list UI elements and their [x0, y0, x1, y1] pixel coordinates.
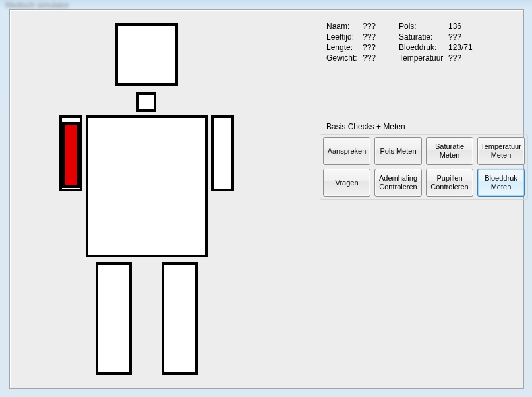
label-lengte: Lengte: — [326, 43, 363, 52]
checks-group-label: Basis Checks + Meten — [326, 122, 524, 131]
patient-info: Naam: ??? Pols: 136 Leeftijd: ??? Satura… — [326, 22, 517, 63]
body-leg-right[interactable] — [162, 262, 198, 375]
check-button-7[interactable]: Bloeddruk Meten — [477, 169, 525, 197]
value-temperatuur: ??? — [448, 53, 480, 63]
body-torso[interactable] — [86, 115, 208, 257]
value-saturatie: ??? — [448, 32, 480, 42]
body-arm-left-injury[interactable] — [62, 122, 80, 188]
label-gewicht: Gewicht: — [326, 53, 363, 63]
checks-group: Basis Checks + Meten AansprekenPols Mete… — [320, 122, 524, 200]
check-button-5[interactable]: Ademhaling Controleren — [374, 169, 422, 197]
check-button-3[interactable]: Temperatuur Meten — [477, 137, 525, 165]
body-arm-right[interactable] — [211, 115, 234, 191]
check-button-6[interactable]: Pupillen Controleren — [426, 169, 473, 197]
check-button-4[interactable]: Vragen — [323, 169, 370, 197]
value-bloeddruk: 123/71 — [448, 43, 480, 52]
check-button-1[interactable]: Pols Meten — [374, 137, 422, 165]
label-bloeddruk: Bloeddruk: — [399, 43, 448, 52]
label-naam: Naam: — [326, 22, 363, 31]
main-panel: Naam: ??? Pols: 136 Leeftijd: ??? Satura… — [9, 9, 524, 389]
value-pols: 136 — [448, 22, 480, 31]
body-neck[interactable] — [136, 92, 156, 112]
check-button-0[interactable]: Aanspreken — [323, 137, 370, 165]
value-lengte: ??? — [363, 43, 399, 52]
label-leeftijd: Leeftijd: — [326, 32, 363, 42]
body-head[interactable] — [115, 23, 178, 86]
label-saturatie: Saturatie: — [399, 32, 448, 42]
value-naam: ??? — [363, 22, 399, 31]
value-leeftijd: ??? — [363, 32, 399, 42]
label-pols: Pols: — [399, 22, 448, 31]
value-gewicht: ??? — [363, 53, 399, 63]
label-temperatuur: Temperatuur — [399, 53, 448, 63]
body-leg-left[interactable] — [96, 262, 132, 375]
window-title: Medisch simulator — [5, 1, 69, 10]
check-button-2[interactable]: Saturatie Meten — [426, 137, 473, 165]
body-figure — [59, 23, 251, 379]
